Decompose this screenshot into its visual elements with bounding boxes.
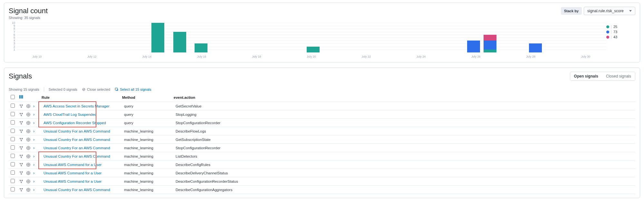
analyze-icon[interactable]: [19, 188, 24, 192]
analyze-icon[interactable]: [19, 104, 24, 108]
bar-segment: [195, 43, 207, 52]
bar[interactable]: [529, 43, 542, 52]
analyze-icon[interactable]: [19, 129, 24, 134]
expand-row-icon[interactable]: ›: [33, 188, 34, 192]
bar[interactable]: [484, 35, 496, 52]
row-checkbox[interactable]: [11, 129, 15, 133]
expand-row-icon[interactable]: ›: [33, 129, 34, 133]
row-checkbox[interactable]: [11, 187, 15, 191]
toolbar-separator: [44, 87, 44, 92]
expand-row-icon[interactable]: ›: [33, 162, 34, 167]
rule-link[interactable]: AWS CloudTrail Log Suspended: [42, 113, 97, 116]
analyze-icon[interactable]: [19, 146, 24, 150]
rule-link[interactable]: Unusual Country For an AWS Command: [42, 146, 110, 150]
timeline-icon[interactable]: [26, 146, 31, 150]
expand-row-icon[interactable]: ›: [33, 171, 34, 175]
row-checkbox[interactable]: [11, 154, 15, 158]
stack-by-select[interactable]: signal.rule.risk_score: [584, 7, 635, 15]
analyze-icon[interactable]: [19, 179, 24, 184]
timeline-icon[interactable]: [26, 171, 31, 175]
select-all-checkbox[interactable]: [11, 95, 15, 99]
timeline-icon[interactable]: [26, 162, 31, 167]
rule-link[interactable]: Unusual Country For an AWS Command: [42, 188, 110, 192]
row-checkbox[interactable]: [11, 112, 15, 116]
rule-link[interactable]: Unusual Country For an AWS Command: [42, 129, 110, 133]
col-header-method[interactable]: Method: [120, 93, 172, 102]
expand-row-icon[interactable]: ›: [33, 137, 34, 142]
timeline-icon[interactable]: [26, 121, 31, 125]
x-tick: July 12: [87, 55, 97, 58]
rule-link[interactable]: Unusual Country For an AWS Command: [42, 138, 110, 142]
rule-link[interactable]: AWS Configuration Recorder Stopped: [42, 121, 106, 125]
x-tick: July 30: [581, 55, 591, 58]
timeline-icon[interactable]: [26, 129, 31, 134]
bar[interactable]: [151, 23, 164, 52]
method-value: machine_learning: [122, 163, 153, 167]
expand-row-icon[interactable]: ›: [33, 112, 34, 116]
method-value: machine_learning: [122, 154, 153, 158]
rule-link[interactable]: AWS Access Secret in Secrets Manager: [42, 104, 110, 108]
timeline-icon[interactable]: [26, 179, 31, 184]
timeline-icon[interactable]: [26, 154, 31, 159]
signal-count-header: Signal count Showing: 35 signals Stack b…: [9, 7, 635, 20]
signals-table: Rule Method event.action ›AWS Access Sec…: [9, 93, 635, 194]
expand-row-icon[interactable]: ›: [33, 154, 34, 158]
tab-closed-signals[interactable]: Closed signals: [602, 72, 635, 80]
row-checkbox[interactable]: [11, 137, 15, 141]
legend-divider: [611, 30, 611, 34]
row-checkbox[interactable]: [11, 104, 15, 108]
signal-count-subtitle: Showing: 35 signals: [9, 16, 48, 20]
method-value: query: [122, 121, 133, 125]
col-header-rule[interactable]: Rule: [40, 93, 120, 102]
bar[interactable]: [467, 41, 480, 52]
expand-row-icon[interactable]: ›: [33, 121, 34, 125]
analyze-icon[interactable]: [19, 137, 24, 142]
row-checkbox[interactable]: [11, 145, 15, 150]
analyze-icon[interactable]: [19, 162, 24, 167]
timeline-icon[interactable]: [26, 112, 31, 117]
bar[interactable]: [307, 47, 320, 52]
bar[interactable]: [173, 32, 186, 52]
timeline-icon[interactable]: [26, 104, 31, 108]
x-tick: July 14: [142, 55, 151, 58]
rule-link[interactable]: Unusual AWS Command for a User: [42, 171, 101, 175]
analyze-icon[interactable]: [19, 171, 24, 175]
legend-item[interactable]: 25: [606, 24, 635, 29]
timeline-icon[interactable]: [26, 137, 31, 142]
y-tick: 7: [9, 30, 15, 33]
legend-item[interactable]: 73: [606, 29, 635, 34]
timeline-icon[interactable]: [26, 188, 31, 192]
y-tick: 6: [9, 33, 15, 36]
col-header-event-action[interactable]: event.action: [172, 93, 635, 102]
row-checkbox[interactable]: [11, 179, 15, 183]
row-checkbox[interactable]: [11, 162, 15, 166]
analyze-icon[interactable]: [19, 112, 24, 117]
expand-row-icon[interactable]: ›: [33, 104, 34, 108]
table-row: ›Unusual Country For an AWS Commandmachi…: [9, 144, 635, 152]
bar-segment: [529, 43, 542, 52]
select-all-button[interactable]: Select all 15 signals: [115, 87, 151, 91]
x-tick: July 10: [33, 55, 42, 58]
analyze-icon[interactable]: [19, 121, 24, 125]
legend-swatch-icon: [606, 31, 609, 33]
bar-segment: [484, 41, 496, 50]
legend-divider: [611, 35, 611, 39]
close-selected-button[interactable]: Close selected: [82, 87, 110, 91]
bar[interactable]: [195, 43, 207, 52]
rule-link[interactable]: Unusual Country For an AWS Command: [42, 154, 110, 158]
tab-open-signals[interactable]: Open signals: [570, 72, 602, 80]
legend-item[interactable]: 43: [606, 34, 635, 40]
rule-link[interactable]: Unusual AWS Command for a User: [42, 163, 101, 167]
columns-icon[interactable]: [19, 95, 24, 100]
row-checkbox[interactable]: [11, 120, 15, 124]
expand-row-icon[interactable]: ›: [33, 179, 34, 183]
row-checkbox[interactable]: [11, 170, 15, 175]
rule-link[interactable]: Unusual AWS Command for a User: [42, 180, 101, 183]
chart-area: July 10July 12July 14July 16July 18July …: [9, 23, 606, 58]
expand-row-icon[interactable]: ›: [33, 146, 34, 150]
svg-rect-4: [22, 95, 23, 99]
analyze-icon[interactable]: [19, 154, 24, 159]
select-all-label: Select all 15 signals: [120, 87, 151, 91]
y-tick: 4: [9, 39, 15, 42]
svg-rect-2: [19, 95, 20, 99]
